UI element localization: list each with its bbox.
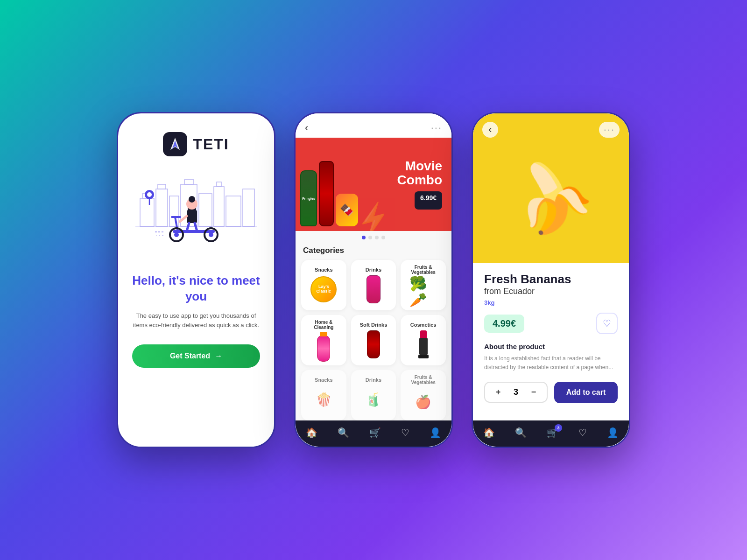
phone-categories: ‹ ··· Pringles 🍫 ⚡ MovieCombo 6.99€ [294, 112, 453, 448]
svg-rect-6 [169, 196, 179, 226]
cat-img-cleaning [310, 333, 338, 361]
cat-label-cleaning: Home &Cleaning [314, 320, 333, 330]
welcome-heading: Hello, it's nice to meet you [132, 273, 260, 305]
quantity-increment[interactable]: + [493, 387, 504, 397]
cat-label-snacks-2: Snacks [315, 377, 333, 383]
phone-welcome: TETI [117, 112, 275, 448]
svg-rect-25 [173, 230, 215, 233]
product-weight: 3kg [484, 299, 618, 306]
product-bottom-navigation: 🏠 🔍 🛒 3 ♡ 👤 [473, 420, 629, 447]
svg-rect-2 [140, 198, 154, 226]
cat-label-drinks-2: Drinks [366, 377, 381, 383]
product-nav-profile[interactable]: 👤 [607, 427, 619, 438]
dot-4[interactable] [381, 236, 385, 239]
product-menu-dots[interactable]: ··· [599, 122, 620, 138]
product-name: Fresh Bananas [484, 272, 618, 287]
logo-text: TETI [193, 136, 229, 153]
cat-label-fruits-2: Fruits &Vegetables [411, 375, 436, 385]
svg-rect-4 [156, 189, 168, 226]
product-price: 4.99€ [484, 315, 524, 333]
cat-img-snacks: Lay'sClassic [310, 275, 338, 303]
svg-rect-13 [243, 189, 254, 226]
product-back-button[interactable]: ‹ [482, 122, 498, 138]
cat-img-drinks [359, 275, 388, 303]
cat-label-fruits: Fruits &Vegetables [411, 265, 436, 275]
svg-point-21 [189, 196, 195, 203]
lipstick [418, 330, 429, 358]
dot-2[interactable] [368, 236, 372, 239]
dot-3[interactable] [375, 236, 379, 239]
category-fruits-veg-2[interactable]: Fruits &Vegetables 🍎 [401, 370, 446, 420]
svg-point-16 [147, 192, 152, 197]
cat-img-fruits-2: 🍎 [409, 388, 437, 416]
promo-banner: Pringles 🍫 ⚡ MovieCombo 6.99€ [296, 138, 451, 231]
svg-line-23 [187, 223, 189, 231]
menu-dots[interactable]: ··· [431, 122, 442, 134]
banner-text: MovieCombo 6.99€ [397, 159, 442, 210]
bravo-bottle [366, 275, 381, 303]
nav-wishlist[interactable]: ♡ [401, 427, 409, 438]
category-cosmetics[interactable]: Cosmetics [401, 315, 446, 365]
arrow-icon: → [215, 352, 222, 360]
welcome-subtitle: The easy to use app to get you thousands… [132, 311, 260, 331]
lightning-decor: ⚡ [352, 199, 395, 231]
category-drinks[interactable]: Drinks [351, 260, 396, 310]
product-nav-search[interactable]: 🔍 [515, 427, 527, 438]
cleaning-product [315, 332, 332, 362]
cart-controls: + 3 − Add to cart [484, 382, 618, 403]
svg-rect-11 [217, 182, 221, 187]
svg-rect-12 [226, 196, 241, 226]
categories-grid: Snacks Lay'sClassic Drinks [301, 260, 446, 365]
lays-chip: Lay'sClassic [310, 276, 337, 302]
svg-rect-5 [158, 184, 166, 189]
add-to-cart-button[interactable]: Add to cart [554, 382, 618, 403]
product-subtitle: from Ecuador [484, 287, 618, 296]
cola-bottle [319, 161, 334, 226]
get-started-button[interactable]: Get Started → [132, 344, 260, 368]
logo-icon [163, 132, 187, 156]
categories-header: ‹ ··· [296, 113, 451, 138]
dot-1[interactable] [362, 236, 366, 239]
pringles-tube: Pringles [300, 170, 317, 226]
product-nav-cart[interactable]: 🛒 3 [547, 427, 558, 438]
svg-rect-10 [214, 187, 224, 226]
banner-products: Pringles 🍫 [300, 142, 358, 226]
product-nav-home[interactable]: 🏠 [483, 427, 495, 438]
category-home-cleaning[interactable]: Home &Cleaning [301, 315, 346, 365]
cat-img-soft-drinks [359, 330, 388, 358]
nav-cart[interactable]: 🛒 [369, 427, 381, 438]
categories-grid-2: Snacks 🍿 Drinks 🧃 Fruits &Vegetables [301, 370, 446, 420]
price-value: 6.99€ [420, 194, 437, 202]
product-header: ‹ ··· [473, 113, 629, 141]
category-snacks-2[interactable]: Snacks 🍿 [301, 370, 346, 420]
soda-bottle [367, 330, 380, 358]
categories-scroll: Categories Snacks Lay'sClassic Drinks [296, 242, 451, 420]
svg-point-29 [174, 232, 179, 237]
cat-img-fruits: 🥦🥕 [409, 278, 437, 306]
product-nav-wishlist[interactable]: ♡ [578, 427, 587, 438]
about-title: About the product [484, 343, 618, 350]
category-soft-drinks[interactable]: Soft Drinks [351, 315, 396, 365]
categories-title: Categories [301, 242, 446, 260]
back-button[interactable]: ‹ [305, 122, 308, 134]
svg-rect-9 [199, 194, 212, 226]
nav-profile[interactable]: 👤 [430, 427, 441, 438]
cat-img-drinks-2: 🧃 [359, 385, 388, 413]
cat-img-snacks-2: 🍿 [310, 385, 338, 413]
category-snacks[interactable]: Snacks Lay'sClassic [301, 260, 346, 310]
cat-img-cosmetics [409, 330, 437, 358]
banana-image: 🍌 [500, 145, 603, 245]
product-details: Fresh Bananas from Ecuador 3kg 4.99€ ♡ A… [473, 263, 629, 420]
svg-rect-8 [184, 180, 194, 184]
category-drinks-2[interactable]: Drinks 🧃 [351, 370, 396, 420]
svg-point-31 [209, 232, 213, 237]
category-fruits-veg[interactable]: Fruits &Vegetables 🥦🥕 [401, 260, 446, 310]
quantity-box: + 3 − [484, 382, 548, 403]
app-logo: TETI [163, 132, 229, 156]
nav-home[interactable]: 🏠 [306, 427, 317, 438]
welcome-illustration [135, 161, 257, 273]
cat-label-soft-drinks: Soft Drinks [360, 322, 388, 328]
quantity-decrement[interactable]: − [528, 387, 539, 397]
wishlist-button[interactable]: ♡ [596, 313, 618, 334]
nav-search[interactable]: 🔍 [338, 427, 349, 438]
